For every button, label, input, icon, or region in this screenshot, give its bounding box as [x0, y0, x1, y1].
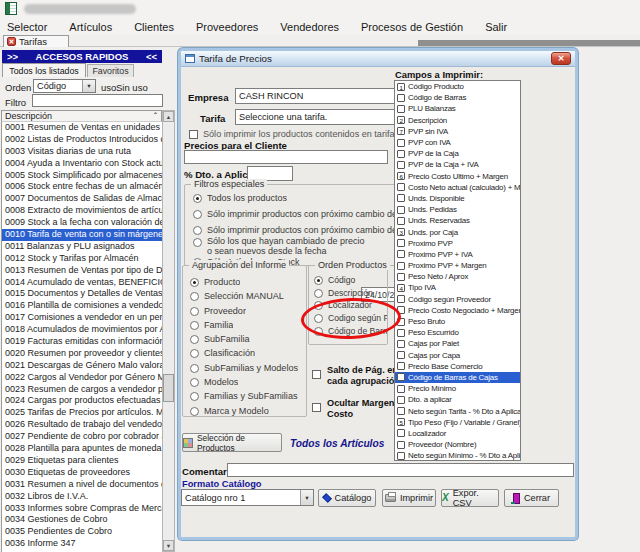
campo-item[interactable]: Peso Neto / Aprox	[395, 271, 520, 282]
checkbox[interactable]	[397, 139, 405, 147]
list-item[interactable]: 0030 Etiquetas de proveedores	[2, 467, 162, 479]
filtro-input[interactable]	[32, 94, 163, 107]
radio-icon[interactable]	[190, 307, 199, 316]
checkbox[interactable]	[397, 329, 405, 337]
checkbox[interactable]	[397, 206, 405, 214]
radio-icon[interactable]	[190, 292, 199, 301]
campo-item[interactable]: 4Tipo IVA	[395, 282, 520, 293]
radio-option[interactable]: Descripción	[314, 288, 387, 301]
radio-icon[interactable]	[190, 392, 199, 401]
checkbox[interactable]: 3	[397, 228, 405, 236]
radio-option[interactable]: SubFamilias y Modelos	[190, 363, 306, 377]
checkbox[interactable]	[397, 161, 405, 169]
checkbox[interactable]	[397, 452, 405, 460]
checkbox[interactable]	[397, 183, 405, 191]
menu-item-3[interactable]: Proveedores	[196, 21, 258, 33]
checkbox[interactable]	[397, 429, 405, 437]
list-item[interactable]: 0025 Tarifas de Precios por artículos. M…	[2, 407, 162, 419]
list-item[interactable]: 0018 Acumulados de movimientos por Art	[2, 324, 162, 336]
checkbox[interactable]	[397, 318, 405, 326]
radio-icon[interactable]	[193, 226, 202, 235]
campo-item[interactable]: 2Descripción	[395, 115, 520, 126]
list-item[interactable]: 0035 Pendientes de Cobro	[2, 526, 162, 538]
list-item[interactable]: 0012 Stock y Tarifas por Almacén	[2, 253, 162, 265]
radio-icon[interactable]	[190, 407, 199, 416]
list-item[interactable]: 0023 Resumen de cargos a vendedor por	[2, 384, 162, 396]
campo-item[interactable]: 5Tipo Peso (Fijo / Variable / Granel)	[395, 417, 520, 428]
list-item[interactable]: 0027 Pendiente de cobro por cobrador a	[2, 431, 162, 443]
ocultar-margen-checkbox[interactable]	[312, 403, 321, 412]
list-item[interactable]: 0033 Informes sobre Compras de Mercan	[2, 503, 162, 515]
radio-icon[interactable]	[314, 289, 323, 298]
campo-item[interactable]: Proximo PVP + Margen	[395, 260, 520, 271]
checkbox[interactable]	[397, 362, 405, 370]
list-item[interactable]: 0001 Resumen de Ventas en unidades pr	[2, 122, 162, 134]
checkbox[interactable]	[397, 351, 405, 359]
checkbox[interactable]	[397, 105, 405, 113]
collapse-right-icon[interactable]: <<	[146, 51, 157, 62]
campo-item[interactable]: Código de Barras	[395, 92, 520, 103]
solo-tarifa-checkbox[interactable]	[189, 130, 198, 139]
radio-option[interactable]: Localizador	[314, 300, 387, 313]
sidebar-scrollbar[interactable]: ▲ ▼	[162, 110, 175, 552]
list-item[interactable]: 0015 Documentos y Detalles de Ventas Y	[2, 288, 162, 300]
radio-icon[interactable]	[314, 314, 323, 323]
scrollbar-thumb[interactable]	[163, 374, 174, 402]
campo-item[interactable]: PLU Balanzas	[395, 103, 520, 114]
checkbox[interactable]: 2	[397, 116, 405, 124]
list-item[interactable]: 0024 Cargas por productos efectuadas p	[2, 395, 162, 407]
radio-option[interactable]: Selección MANUAL	[190, 291, 306, 305]
radio-icon[interactable]	[190, 321, 199, 330]
campo-item[interactable]: PVP con IVA	[395, 137, 520, 148]
list-item[interactable]: 0036 Informe 347	[2, 538, 162, 550]
radio-icon[interactable]	[193, 194, 202, 203]
seleccion-productos-button[interactable]: Selección de Productos	[182, 433, 282, 452]
checkbox[interactable]	[397, 295, 405, 303]
checkbox[interactable]	[397, 441, 405, 449]
campo-item[interactable]: Proveedor (Nombre)	[395, 439, 520, 450]
list-item[interactable]: 0032 Libros de I.V.A.	[2, 491, 162, 503]
radio-icon[interactable]	[314, 327, 323, 336]
menu-item-4[interactable]: Vendedores	[280, 21, 339, 33]
radio-icon[interactable]	[314, 276, 323, 285]
campo-item[interactable]: Unds. Disponible	[395, 193, 520, 204]
checkbox[interactable]	[397, 306, 405, 314]
radio-option[interactable]: Codigo según Prov	[314, 313, 387, 326]
list-item[interactable]: 0026 Resultado de trabajo del vendedor	[2, 419, 162, 431]
list-item[interactable]: 0019 Facturas emitidas con información d	[2, 336, 162, 348]
radio-option[interactable]: Familia	[190, 320, 306, 334]
campo-item[interactable]: Proximo PVP + IVA	[395, 249, 520, 260]
list-item[interactable]: 0022 Cargos al Vendedor por Género Ma	[2, 372, 162, 384]
list-item[interactable]: 0016 Plantilla de comisiones a vendedore	[2, 300, 162, 312]
comentario-input[interactable]	[227, 463, 574, 477]
checkbox[interactable]	[397, 94, 405, 102]
list-item[interactable]: 0007 Documentos de Salidas de Almacén	[2, 193, 162, 205]
radio-option[interactable]: Proveedor	[190, 306, 306, 320]
scroll-up-icon[interactable]: ▲	[163, 111, 174, 122]
list-item[interactable]: 0013 Resumen de Ventas por tipo de Doc	[2, 265, 162, 277]
campo-item[interactable]: Código según Proveedor	[395, 294, 520, 305]
campo-item[interactable]: Costo Neto actual (calculado) + Margen	[395, 182, 520, 193]
campo-item[interactable]: Unds. Pedidas	[395, 204, 520, 215]
campo-item[interactable]: 1Código Producto	[395, 81, 520, 92]
radio-icon[interactable]	[190, 335, 199, 344]
checkbox[interactable]	[397, 150, 405, 158]
dropdown-arrow-icon[interactable]: ▼	[82, 80, 95, 92]
list-item[interactable]: 0004 Ayuda a Inventario con Stock actua	[2, 158, 162, 170]
radio-option[interactable]: SubFamilia	[190, 334, 306, 348]
campo-item[interactable]: Peso Escurrido	[395, 327, 520, 338]
precios-cliente-input[interactable]	[184, 150, 388, 164]
campo-item[interactable]: Localizador	[395, 428, 520, 439]
radio-option[interactable]: Marca y Modelo	[190, 406, 306, 420]
campo-item[interactable]: Proximo PVP	[395, 238, 520, 249]
campo-item[interactable]: Dto. a aplicar	[395, 394, 520, 405]
close-dialog-button[interactable]: ✕	[551, 52, 571, 65]
list-item[interactable]: 0014 Acumulado de ventas, BENEFICIOS	[2, 277, 162, 289]
checkbox[interactable]: 6	[397, 172, 405, 180]
dialog-titlebar[interactable]: Tarifa de Precios ✕	[181, 51, 575, 67]
radio-icon[interactable]	[190, 278, 199, 287]
checkbox[interactable]: 5	[397, 418, 405, 426]
orden-dropdown[interactable]: Código ▼	[33, 79, 96, 93]
checkbox[interactable]: 1	[397, 83, 405, 91]
campo-item[interactable]: 3Unds. por Caja	[395, 226, 520, 237]
